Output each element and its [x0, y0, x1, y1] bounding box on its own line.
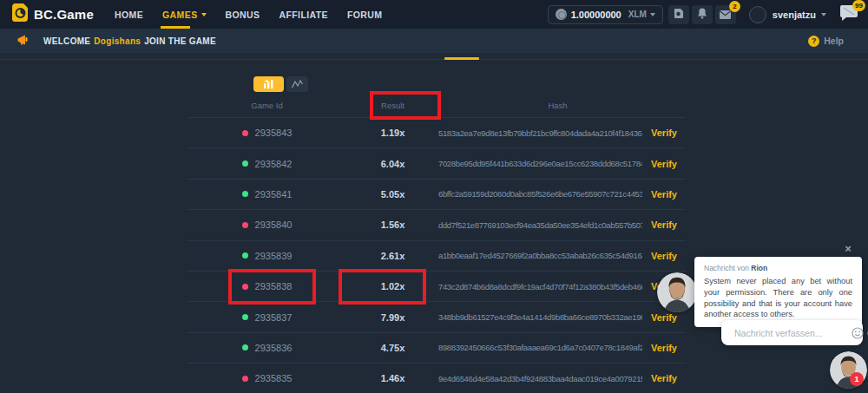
hash-value: ddd7f521e87769103ecf94ea35da50ee354efd1c… [438, 220, 642, 230]
annotation-box-game-id-2935838 [228, 269, 316, 305]
verify-link[interactable]: Verify [642, 159, 686, 169]
verify-link[interactable]: Verify [642, 373, 686, 383]
view-toggle-group [253, 76, 308, 92]
chevron-down-icon [650, 13, 655, 16]
chat-toggle-button[interactable]: 99 [840, 5, 858, 24]
status-dot [242, 222, 248, 228]
game-id: 2935840 [255, 219, 293, 230]
user-avatar[interactable] [749, 6, 766, 23]
chevron-down-icon [201, 13, 207, 16]
nav-item-affiliate[interactable]: AFFILIATE [279, 0, 327, 29]
chat-badge: 99 [852, 0, 865, 11]
main-nav: HOME GAMES BONUS AFFILIATE FORUM [115, 0, 402, 29]
top-navbar: BC.Game HOME GAMES BONUS AFFILIATE FORUM… [0, 0, 868, 29]
balance-selector[interactable]: 1.00000000 XLM [548, 5, 663, 24]
table-row: 2935835 1.46x 9e4d6546d4e58a42d3b4f92488… [187, 363, 686, 393]
hash-value: 348bb9db61527e4c9f3e4a1414d9b8ba66ce8970… [438, 312, 642, 322]
status-dot [242, 314, 248, 320]
welcome-username: Dogishans [94, 36, 141, 46]
mail-badge: 2 [729, 1, 740, 12]
trend-view-button[interactable] [286, 76, 308, 92]
chat-sender-avatar [657, 272, 697, 312]
game-id: 2935842 [255, 159, 293, 169]
bar-chart-icon [263, 76, 275, 92]
verify-link[interactable]: Verify [642, 219, 686, 230]
nav-item-games[interactable]: GAMES [162, 0, 207, 29]
welcome-suffix: JOIN THE GAME [144, 36, 216, 46]
chevron-down-icon[interactable] [821, 13, 826, 16]
welcome-banner: WELCOME Dogishans JOIN THE GAME ? Help [0, 29, 868, 53]
chat-from-text: Nachricht von [704, 264, 749, 272]
emoji-icon[interactable] [852, 327, 864, 339]
hash-value: 6bffc2a59159d2060d0abc85f526e6be676e5590… [438, 189, 642, 199]
game-id: 2935836 [255, 343, 293, 353]
bell-icon [697, 7, 707, 23]
table-row: 2935842 6.04x 7028be95dd95f441b633d6d296… [187, 147, 686, 178]
list-view-button[interactable] [253, 76, 284, 92]
bc-game-crash-history-page: BC.Game HOME GAMES BONUS AFFILIATE FORUM… [0, 0, 868, 393]
help-button[interactable]: ? Help [808, 29, 844, 53]
nav-item-bonus[interactable]: BONUS [226, 0, 260, 29]
status-dot [242, 376, 248, 382]
verify-link[interactable]: Verify [642, 343, 686, 353]
help-label: Help [824, 36, 844, 46]
table-row: 2935843 1.19x 5183a2ea7e9d8e13fb79bbf21b… [187, 117, 686, 147]
chat-message-text: System never placed any bet without your… [704, 276, 852, 320]
coin-icon [556, 9, 567, 20]
status-dot [242, 191, 248, 197]
username[interactable]: svenjatzu [773, 10, 816, 20]
table-row: 2935840 1.56x ddd7f521e87769103ecf94ea35… [187, 209, 686, 239]
annotation-box-result-1-02x [339, 269, 426, 305]
chat-unread-badge: 1 [850, 372, 864, 386]
hash-value: 5183a2ea7e9d8e13fb79bbf21bc9ffc804dada4a… [438, 128, 642, 138]
result-value: 5.05x [347, 189, 438, 200]
vault-button[interactable] [668, 5, 689, 24]
chat-from-label: Nachricht von Rion [704, 264, 852, 272]
verify-link[interactable]: Verify [642, 251, 686, 261]
balance-currency: XLM [628, 10, 647, 19]
result-value: 1.46x [347, 373, 438, 383]
column-header-game-id: Game Id [187, 101, 347, 110]
game-id: 2935835 [255, 373, 293, 383]
game-id: 2935841 [255, 189, 293, 200]
brand-name: BC.Game [34, 7, 94, 22]
nav-item-home[interactable]: HOME [115, 0, 143, 29]
hash-value: 7028be95dd95f441b633d6d296e0ae15cc6238dd… [438, 159, 642, 168]
nav-item-games-label: GAMES [162, 10, 198, 20]
result-value: 7.99x [347, 312, 438, 323]
vault-icon [673, 7, 684, 23]
nav-item-forum[interactable]: FORUM [347, 0, 383, 29]
mail-button[interactable]: 2 [715, 5, 736, 24]
status-dot [242, 160, 248, 167]
verify-link[interactable]: Verify [642, 312, 686, 323]
game-id: 2935839 [255, 251, 293, 261]
hash-value: 743c2d874b6d8a8dcdf9fc19acf4d70f74f12a38… [438, 282, 642, 291]
result-value: 4.75x [347, 343, 438, 353]
result-value: 2.61x [347, 251, 438, 261]
chat-input-bar [721, 320, 863, 345]
megaphone-icon [17, 33, 30, 49]
welcome-prefix: WELCOME [43, 36, 90, 46]
annotation-box-result-header [370, 91, 441, 120]
chat-message-card: Nachricht von Rion System never placed a… [694, 257, 862, 327]
game-id: 2935837 [255, 312, 293, 323]
status-dot [242, 344, 248, 350]
result-value: 1.56x [347, 219, 438, 230]
verify-link[interactable]: Verify [642, 128, 686, 138]
hash-value: 9e4d6546d4e58a42d3b4f924883baa4daac019ce… [438, 374, 642, 383]
table-row: 2935839 2.61x a1bb0eaaf17ed4527669f2a0bb… [187, 240, 686, 271]
table-row: 2935841 5.05x 6bffc2a59159d2060d0abc85f5… [187, 179, 686, 209]
bc-game-logo-icon [11, 3, 29, 26]
column-header-hash: Hash [438, 101, 642, 110]
tabs-divider [0, 59, 868, 60]
trend-line-icon [292, 76, 303, 92]
brand-logo[interactable]: BC.Game [11, 3, 94, 26]
table-row: 2935837 7.99x 348bb9db61527e4c9f3e4a1414… [187, 301, 686, 331]
verify-link[interactable]: Verify [642, 189, 686, 200]
question-mark-icon: ? [808, 36, 819, 47]
hash-value: a1bb0eaaf17ed4527669f2a0bba8cc53abab26c6… [438, 251, 642, 260]
close-icon[interactable]: × [841, 242, 855, 255]
chat-input[interactable] [721, 320, 852, 345]
notifications-button[interactable] [692, 5, 713, 24]
hash-value: 8988392450666c53f30afaaaea69c1d6a7c0407e… [438, 343, 642, 352]
